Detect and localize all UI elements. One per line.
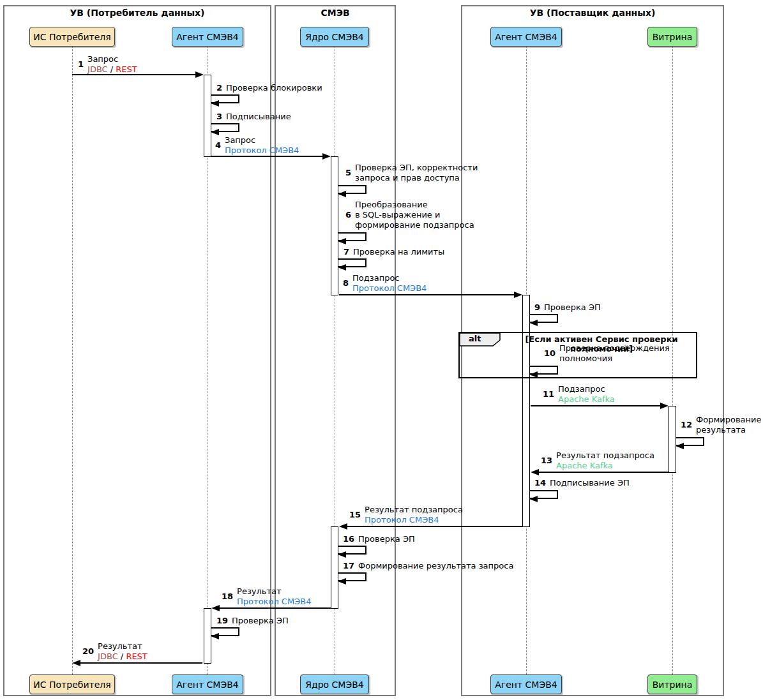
arrowhead-icon	[338, 551, 346, 558]
message-arrow-11	[531, 405, 665, 406]
participant-is-potrebitelya-bottom: ИС Потребителя	[29, 674, 115, 694]
message-protocol: JDBC / REST	[98, 652, 147, 662]
message-protocol: Протокол СМЭВ4	[365, 515, 463, 525]
arrowhead-icon	[531, 469, 539, 475]
message-label-3: 3 Подписывание	[216, 112, 291, 122]
message-arrow-20	[77, 662, 202, 664]
message-protocol: Протокол СМЭВ4	[352, 283, 427, 294]
self-message-loop-5	[338, 185, 366, 194]
arrowhead-icon	[529, 371, 538, 378]
arrowhead-icon	[339, 523, 347, 530]
arrowhead-icon	[338, 578, 346, 585]
message-arrow-1	[72, 74, 200, 75]
self-message-loop-2	[211, 94, 239, 103]
arrowhead-icon	[72, 660, 80, 666]
message-arrow-15	[344, 526, 522, 527]
message-text: Запрос	[87, 54, 137, 64]
arrowhead-icon	[338, 191, 346, 197]
group-title-supplier: УВ (Поставщик данных)	[462, 8, 723, 18]
message-label-4: 4 Запрос Протокол СМЭВ4	[215, 135, 299, 156]
sequence-diagram: УВ (Потребитель данных) СМЭВ УВ (Поставщ…	[0, 0, 763, 700]
arrowhead-icon	[676, 443, 684, 449]
arrowhead-icon	[211, 605, 220, 611]
message-label-11: 11 Подзапрос Apache Kafka	[543, 384, 615, 405]
message-number: 1	[78, 59, 84, 70]
arrowhead-icon	[529, 320, 538, 326]
arrowhead-icon	[660, 403, 669, 409]
lifeline-is-potrebitelya	[72, 46, 73, 674]
arrowhead-icon	[338, 238, 346, 244]
group-title-consumer: УВ (Потребитель данных)	[4, 8, 270, 18]
message-label-14: 14 Подписывание ЭП	[534, 478, 630, 488]
alt-operator-label: alt	[469, 334, 481, 343]
arrowhead-icon	[338, 264, 346, 271]
message-protocol: Apache Kafka	[558, 394, 615, 405]
self-message-loop-3	[211, 123, 239, 132]
group-title-smev: СМЭВ	[276, 8, 395, 18]
message-arrow-4	[211, 156, 327, 157]
message-label-2: 2 Проверка блокировки	[216, 83, 322, 93]
message-label-9: 9 Проверка ЭП	[534, 302, 601, 313]
participant-is-potrebitelya-top: ИС Потребителя	[29, 27, 115, 47]
self-message-loop-17	[338, 572, 366, 581]
activation-bar-yadro-1	[331, 156, 338, 295]
activation-bar-agent-consumer-1	[204, 75, 211, 157]
message-protocol: Apache Kafka	[556, 461, 654, 471]
participant-agent-consumer-top: Агент СМЭВ4	[172, 27, 243, 47]
self-message-loop-9	[530, 314, 558, 323]
arrowhead-icon	[529, 496, 538, 502]
self-message-loop-19	[211, 627, 239, 636]
arrowhead-icon	[211, 129, 219, 135]
message-label-18: 18 Результат Протокол СМЭВ4	[222, 586, 311, 607]
participant-yadro-bottom: Ядро СМЭВ4	[300, 674, 369, 694]
message-label-19: 19 Проверка ЭП	[216, 616, 289, 626]
message-label-8: 8 Подзапрос Протокол СМЭВ4	[343, 273, 427, 294]
message-label-17: 17 Формирование результата запроса	[343, 561, 513, 571]
message-label-10: 10 Проверка подверждения полномочия	[544, 343, 670, 364]
arrowhead-icon	[322, 153, 331, 160]
self-message-loop-14	[530, 490, 558, 499]
message-label-5: 5 Проверка ЭП, корректности запроса и пр…	[345, 163, 478, 183]
message-label-15: 15 Результат подзапроса Протокол СМЭВ4	[349, 505, 463, 525]
activation-bar-yadro-2	[331, 526, 338, 609]
message-label-16: 16 Проверка ЭП	[343, 534, 415, 544]
activation-bar-agent-supplier	[522, 295, 530, 527]
arrowhead-icon	[514, 292, 522, 298]
message-label-6: 6 Преобразование в SQL-выражение и форми…	[345, 200, 474, 230]
self-message-loop-16	[338, 546, 366, 555]
arrowhead-icon	[211, 633, 219, 639]
message-label-7: 7 Проверка на лимиты	[344, 247, 444, 257]
self-message-loop-6	[338, 232, 366, 241]
participant-agent-consumer-bottom: Агент СМЭВ4	[172, 674, 243, 694]
arrowhead-icon	[195, 71, 204, 78]
self-message-loop-12	[676, 437, 704, 446]
self-message-loop-7	[338, 258, 366, 267]
message-label-13: 13 Результат подзапроса Apache Kafka	[541, 451, 654, 471]
message-arrow-13	[535, 472, 669, 473]
activation-bar-vitrina	[669, 406, 676, 473]
self-message-loop-10	[530, 366, 558, 375]
message-label-12: 12 Формирование результата	[681, 415, 762, 435]
participant-vitrina-top: Витрина	[647, 27, 697, 47]
message-protocol: Протокол СМЭВ4	[237, 597, 311, 607]
arrowhead-icon	[211, 100, 219, 107]
message-label-1: 1 Запрос JDBC / REST	[78, 54, 137, 75]
participant-agent-supplier-top: Агент СМЭВ4	[490, 27, 562, 47]
participant-vitrina-bottom: Витрина	[647, 674, 697, 694]
message-protocol: Протокол СМЭВ4	[225, 145, 299, 156]
message-arrow-8	[339, 294, 518, 295]
message-arrow-18	[216, 607, 331, 609]
participant-yadro-top: Ядро СМЭВ4	[300, 27, 369, 47]
message-protocol: JDBC / REST	[87, 64, 137, 75]
message-label-20: 20 Результат JDBC / REST	[82, 641, 147, 662]
participant-agent-supplier-bottom: Агент СМЭВ4	[490, 674, 562, 694]
